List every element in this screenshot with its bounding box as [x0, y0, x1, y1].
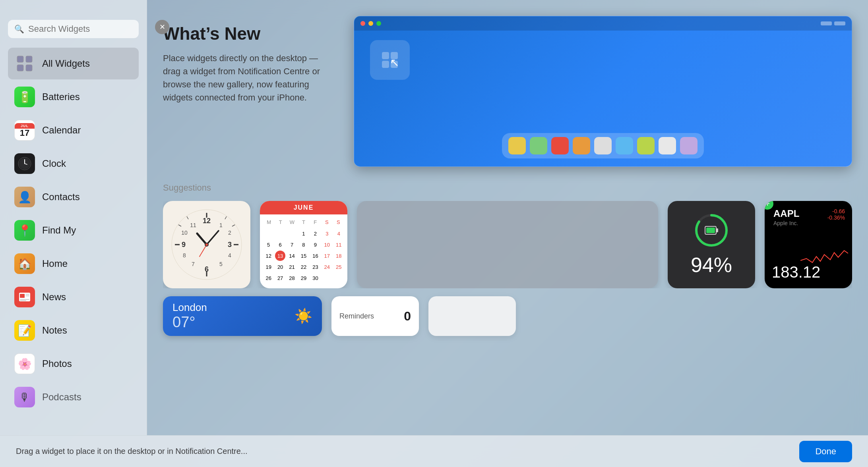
- sidebar-item-home[interactable]: 🏠 Home: [8, 248, 139, 280]
- whats-new-text: What’s New Place widgets directly on the…: [163, 16, 338, 104]
- preview-dot-green: [376, 21, 381, 26]
- sidebar-item-label-find-my: Find My: [42, 225, 76, 236]
- stocks-change: -0.66 -0.36%: [827, 208, 845, 221]
- day-header-w: W: [286, 218, 298, 227]
- calendar-month-header: JUNE: [260, 201, 347, 214]
- sidebar-item-all-widgets[interactable]: All Widgets: [8, 48, 139, 79]
- stocks-add-button[interactable]: +: [765, 201, 773, 210]
- svg-rect-12: [20, 299, 29, 300]
- cal-day-3: 3: [322, 228, 332, 239]
- main-content: What’s New Place widgets directly on the…: [147, 0, 868, 435]
- widget-battery[interactable]: 94%: [668, 201, 755, 288]
- close-button[interactable]: ✕: [155, 20, 169, 34]
- day-header-s: S: [321, 218, 333, 227]
- svg-rect-47: [716, 228, 718, 232]
- stocks-ticker: AAPL: [773, 208, 799, 219]
- svg-rect-0: [17, 56, 23, 62]
- stocks-price: 183.12: [772, 263, 820, 281]
- whats-new-description: Place widgets directly on the desktop — …: [163, 52, 338, 104]
- drag-hint-text: Drag a widget to place it on the desktop…: [16, 447, 248, 456]
- cal-day-9: 9: [310, 239, 320, 250]
- sidebar-item-label-photos: Photos: [42, 358, 72, 369]
- sidebar-item-batteries[interactable]: 🔋 Batteries: [8, 81, 139, 113]
- cal-day-30: 30: [310, 273, 320, 283]
- day-header-s2: S: [333, 218, 344, 227]
- reminders-count: 0: [404, 309, 411, 324]
- sidebar-item-label-podcasts: Podcasts: [42, 392, 81, 403]
- svg-rect-14: [382, 52, 389, 59]
- search-input[interactable]: [28, 24, 132, 34]
- dock-icon-5: [594, 137, 612, 154]
- widget-placeholder-gray[interactable]: [357, 201, 658, 288]
- preview-btn-2: [834, 21, 845, 25]
- cal-day-25: 25: [333, 262, 344, 272]
- svg-rect-10: [25, 294, 29, 295]
- widget-clock[interactable]: 12 3 6 9 1 2 4 5 7 8 10 11: [163, 201, 250, 288]
- dock-icon-9: [680, 137, 698, 154]
- dock-icon-3: [551, 137, 569, 154]
- weather-city-name: London 07°: [172, 301, 207, 331]
- sidebar-item-photos[interactable]: 🌸 Photos: [8, 348, 139, 380]
- svg-rect-1: [26, 56, 32, 62]
- sidebar-item-label-batteries: Batteries: [42, 91, 80, 102]
- svg-text:10: 10: [181, 230, 188, 236]
- sidebar-item-clock[interactable]: Clock: [8, 148, 139, 179]
- sidebar-item-find-my[interactable]: 📍 Find My: [8, 214, 139, 246]
- cal-empty-3: [287, 228, 297, 239]
- svg-text:3: 3: [228, 241, 232, 249]
- widget-calendar[interactable]: JUNE M T W T F S S: [260, 201, 347, 288]
- dock-icon-7: [637, 137, 655, 154]
- all-widgets-icon: [14, 53, 35, 74]
- dock-icon-8: [659, 137, 676, 154]
- cal-day-28: 28: [287, 273, 297, 283]
- cal-day-22: 22: [298, 262, 309, 272]
- widget-stocks[interactable]: + AAPL Apple Inc. -0.66 -0.36% 183.12: [765, 201, 852, 288]
- svg-text:7: 7: [192, 261, 195, 267]
- contacts-icon: 👤: [14, 187, 35, 207]
- widget-extra: [428, 296, 516, 336]
- widget-reminders[interactable]: Reminders 0: [331, 296, 419, 336]
- sidebar-item-label-calendar: Calendar: [42, 125, 81, 136]
- dock-icon-1: [508, 137, 526, 154]
- svg-rect-3: [26, 65, 32, 71]
- cal-day-17: 17: [322, 251, 332, 261]
- day-header-t: T: [275, 218, 286, 227]
- day-header-t2: T: [298, 218, 309, 227]
- whats-new-section: What’s New Place widgets directly on the…: [163, 16, 852, 167]
- stocks-company: Apple Inc.: [773, 220, 799, 226]
- widget-gallery-panel: ✕ 🔍 All Widgets: [0, 0, 868, 467]
- cal-day-2: 2: [310, 228, 320, 239]
- cal-day-20: 20: [275, 262, 285, 272]
- batteries-icon: 🔋: [14, 87, 35, 107]
- svg-text:9: 9: [182, 241, 186, 249]
- cal-day-21: 21: [287, 262, 297, 272]
- sidebar-item-label-home: Home: [42, 258, 68, 269]
- desktop-preview: ↖: [354, 16, 852, 167]
- done-button[interactable]: Done: [799, 441, 852, 462]
- sidebar-item-label-news: News: [42, 291, 66, 303]
- svg-rect-16: [382, 61, 389, 68]
- svg-text:5: 5: [219, 261, 223, 267]
- svg-text:12: 12: [203, 217, 211, 225]
- sidebar-item-label-all-widgets: All Widgets: [42, 58, 90, 69]
- sidebar-item-label-contacts: Contacts: [42, 191, 80, 203]
- sidebar-item-podcasts[interactable]: 🎙 Podcasts: [8, 381, 139, 413]
- whats-new-title: What’s New: [163, 24, 338, 44]
- svg-point-43: [205, 243, 208, 246]
- svg-text:11: 11: [190, 222, 196, 228]
- sidebar-item-calendar[interactable]: JUL 17 Calendar: [8, 114, 139, 146]
- sidebar-item-label-notes: Notes: [42, 325, 67, 336]
- cal-empty-1: [264, 228, 274, 239]
- weather-sun-icon: ☀️: [294, 308, 312, 324]
- cal-day-11: 11: [333, 239, 344, 250]
- clock-icon: [14, 153, 35, 174]
- sidebar-item-contacts[interactable]: 👤 Contacts: [8, 181, 139, 213]
- sidebar-item-notes[interactable]: 📝 Notes: [8, 315, 139, 346]
- search-bar[interactable]: 🔍: [8, 20, 139, 38]
- cal-day-23: 23: [310, 262, 320, 272]
- preview-titlebar: [354, 16, 852, 31]
- sidebar-item-news[interactable]: News: [8, 281, 139, 313]
- preview-dock: [502, 133, 704, 158]
- cal-day-24: 24: [322, 262, 332, 272]
- widget-weather-london[interactable]: London 07° ☀️: [163, 296, 322, 336]
